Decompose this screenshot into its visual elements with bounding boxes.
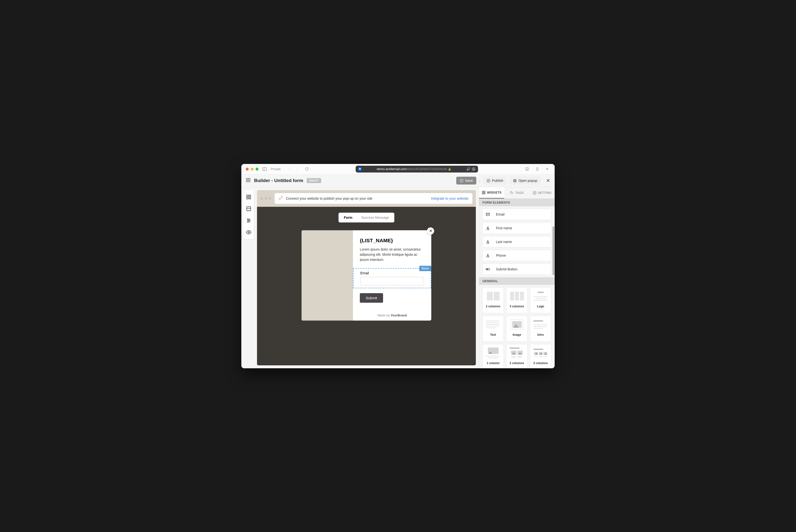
svg-rect-15 bbox=[246, 197, 248, 199]
separator: | bbox=[479, 178, 480, 183]
panel-tab-tags[interactable]: TAGS bbox=[504, 187, 529, 198]
url-text: demo.acellemail.com/forms/62a094437e056/… bbox=[363, 167, 465, 171]
header-actions: Save | Publish Open popup ✕ bbox=[456, 177, 550, 185]
svg-rect-7 bbox=[246, 180, 248, 182]
form-element-label: Email bbox=[493, 212, 507, 216]
save-button[interactable]: Save bbox=[456, 177, 476, 185]
app-header: Builder - Untitled form DRAFT Save | Pub… bbox=[241, 174, 555, 187]
canvas-area: Connect your website to publish your pop… bbox=[241, 187, 479, 368]
widget-label: 2 columns bbox=[510, 361, 524, 365]
widget-text[interactable]: Text bbox=[482, 316, 504, 342]
panel-tab-widgets[interactable]: WIDGETS bbox=[479, 187, 504, 198]
back-button[interactable]: 〈 bbox=[285, 166, 292, 172]
publish-button[interactable]: Publish bbox=[483, 177, 507, 185]
mail-icon bbox=[483, 209, 493, 220]
widget-3-columns-img[interactable]: 3 columns bbox=[530, 344, 551, 368]
section-form-elements: FORM ELEMENTS bbox=[479, 199, 555, 206]
reload-button[interactable] bbox=[304, 166, 310, 172]
save-button-label: Save bbox=[465, 179, 473, 183]
downloads-icon[interactable] bbox=[524, 166, 530, 172]
svg-rect-8 bbox=[249, 180, 250, 182]
window-maximize-button[interactable] bbox=[255, 168, 259, 171]
canvas-window-controls bbox=[261, 197, 271, 200]
widget-1-column[interactable]: 1 column bbox=[482, 344, 504, 368]
widget-image[interactable]: Image bbox=[506, 316, 528, 342]
submit-button[interactable]: Submit bbox=[360, 293, 383, 303]
canvas-top-bar: Connect your website to publish your pop… bbox=[257, 190, 476, 207]
publish-button-label: Publish bbox=[492, 179, 503, 183]
integrate-link[interactable]: Integrate to your website bbox=[431, 196, 469, 201]
form-element-first-name[interactable]: First name bbox=[482, 223, 551, 234]
text-icon bbox=[483, 250, 493, 261]
popup-image-placeholder[interactable] bbox=[302, 230, 353, 321]
popup-footer: Made by YourBrand bbox=[360, 314, 424, 317]
tab-success-message[interactable]: Success Message bbox=[357, 214, 394, 222]
window-close-button[interactable] bbox=[246, 168, 249, 171]
layout-tool-icon[interactable] bbox=[245, 205, 252, 212]
svg-point-22 bbox=[247, 218, 248, 220]
footer-brand: YourBrand bbox=[391, 314, 407, 317]
block-badge: Block bbox=[419, 266, 431, 271]
svg-rect-26 bbox=[482, 191, 484, 192]
sound-icon[interactable]: 🔊 bbox=[466, 167, 470, 171]
preview-tool-icon[interactable] bbox=[245, 229, 252, 236]
panel-scroll[interactable]: FORM ELEMENTS Email First name bbox=[479, 199, 555, 368]
forward-button[interactable]: 〉 bbox=[294, 166, 301, 172]
share-icon[interactable] bbox=[534, 166, 540, 172]
browser-toolbar: Private 〈 〉 M demo.acellemail.com/forms/… bbox=[241, 164, 555, 174]
form-element-submit-button[interactable]: Submit Button bbox=[482, 264, 551, 275]
widget-label: 2 columns bbox=[486, 305, 500, 308]
widget-label: 3 columns bbox=[533, 361, 548, 365]
panel-tab-setting[interactable]: SETTING bbox=[529, 187, 555, 198]
selected-block[interactable]: Block Email bbox=[353, 268, 431, 288]
builder-icon bbox=[246, 178, 251, 184]
widget-2-columns-img[interactable]: 2 columns bbox=[506, 344, 528, 368]
form-element-last-name[interactable]: Last name bbox=[482, 236, 551, 247]
settings-tool-icon[interactable] bbox=[245, 217, 252, 224]
svg-point-24 bbox=[247, 221, 248, 222]
link-broken-icon bbox=[279, 196, 283, 201]
widget-logo[interactable]: Logo bbox=[530, 287, 551, 313]
browser-window: Private 〈 〉 M demo.acellemail.com/forms/… bbox=[241, 164, 555, 368]
form-element-email[interactable]: Email bbox=[482, 209, 551, 220]
widget-2-columns[interactable]: 2 columns bbox=[482, 287, 504, 313]
button-icon bbox=[483, 264, 493, 274]
form-element-phone[interactable]: Phone bbox=[482, 250, 551, 261]
email-field-input[interactable] bbox=[360, 277, 424, 285]
browser-right-controls bbox=[524, 166, 550, 172]
widget-label: Logo bbox=[537, 305, 544, 308]
url-right-controls: 🔊 … bbox=[466, 167, 476, 171]
scrollbar[interactable] bbox=[552, 226, 554, 275]
widgets-tool-icon[interactable] bbox=[245, 194, 252, 201]
svg-point-25 bbox=[248, 231, 249, 233]
main-area: Connect your website to publish your pop… bbox=[241, 187, 555, 368]
svg-rect-0 bbox=[263, 168, 267, 171]
popup-description[interactable]: Lorem ipsum dolor sit amet, consectetur … bbox=[360, 247, 424, 262]
panel-tab-tags-label: TAGS bbox=[515, 191, 524, 194]
popup-title[interactable]: {LIST_NAME} bbox=[360, 238, 424, 244]
popup-close-button[interactable]: ✕ bbox=[427, 227, 434, 235]
svg-rect-16 bbox=[249, 197, 250, 199]
tab-form[interactable]: Form bbox=[340, 214, 357, 222]
form-elements-list: Email First name Last name bbox=[479, 206, 555, 277]
open-popup-button[interactable]: Open popup bbox=[510, 177, 541, 185]
widget-3-columns[interactable]: 3 columns bbox=[506, 287, 528, 313]
page-settings-icon[interactable]: … bbox=[472, 167, 476, 171]
panel-tabs: WIDGETS TAGS SETTING bbox=[479, 187, 555, 199]
footer-label: Made by bbox=[377, 314, 391, 317]
open-popup-button-label: Open popup bbox=[518, 179, 537, 183]
url-bar[interactable]: M demo.acellemail.com/forms/62a094437e05… bbox=[356, 166, 478, 172]
panel-tab-setting-label: SETTING bbox=[538, 191, 552, 194]
new-tab-button[interactable] bbox=[544, 166, 550, 172]
canvas-tl-1 bbox=[261, 197, 263, 200]
svg-rect-27 bbox=[484, 191, 485, 192]
general-widgets-grid: 2 columns 3 columns Logo bbox=[479, 285, 555, 368]
close-button[interactable]: ✕ bbox=[546, 178, 550, 184]
svg-rect-28 bbox=[482, 193, 484, 194]
sidebar-toggle-icon[interactable] bbox=[261, 166, 268, 172]
widget-intro[interactable]: Intro bbox=[530, 316, 551, 342]
window-minimize-button[interactable] bbox=[251, 168, 253, 171]
page-title: Builder - Untitled form bbox=[254, 178, 303, 183]
form-element-label: First name bbox=[493, 226, 515, 230]
text-icon bbox=[483, 236, 493, 247]
